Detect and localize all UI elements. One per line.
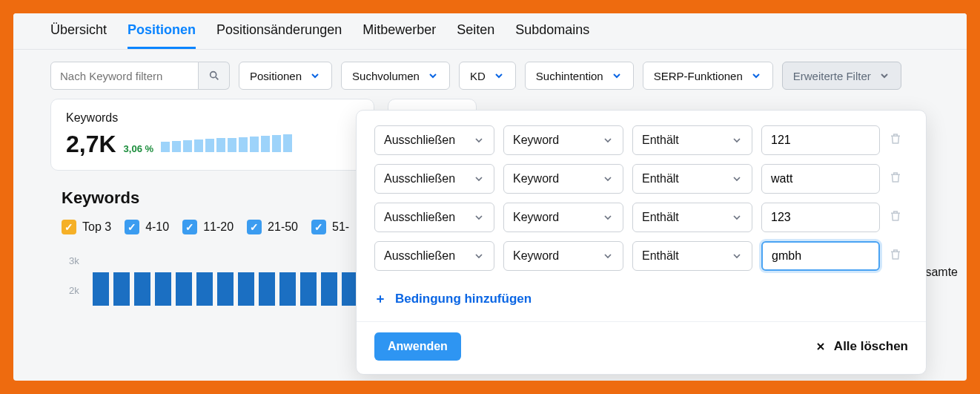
filter-condition-row: AusschließenKeywordEnthält <box>374 125 908 155</box>
delete-condition-button[interactable] <box>889 209 902 226</box>
bar <box>279 272 296 306</box>
legend-item[interactable]: ✓51- <box>311 220 349 234</box>
chevron-down-icon <box>602 250 614 262</box>
close-icon <box>815 341 827 352</box>
chevron-down-icon <box>602 134 614 146</box>
search-input[interactable] <box>50 62 199 90</box>
filter-bar: Positionen Suchvolumen KD Suchintention … <box>13 50 967 99</box>
value-input[interactable] <box>761 203 880 232</box>
operator-select[interactable]: Enthält <box>632 241 752 271</box>
field-select[interactable]: Keyword <box>503 125 623 155</box>
y-tick-2k: 2k <box>69 285 79 296</box>
legend-label: 51- <box>332 220 349 234</box>
chevron-down-icon <box>473 250 485 262</box>
value-input[interactable] <box>761 164 880 194</box>
advanced-filter-popup: AusschließenKeywordEnthältAusschließenKe… <box>356 110 927 375</box>
y-tick-3k: 3k <box>69 255 79 266</box>
chevron-down-icon <box>750 70 762 82</box>
legend-item[interactable]: ✓Top 3 <box>62 220 111 234</box>
filter-kd[interactable]: KD <box>459 62 516 90</box>
chevron-down-icon <box>602 211 614 223</box>
tab-positions[interactable]: Positionen <box>128 22 196 49</box>
checkbox-icon: ✓ <box>125 220 139 234</box>
filter-condition-row: AusschließenKeywordEnthält <box>374 203 908 232</box>
bar <box>238 272 254 306</box>
checkbox-icon: ✓ <box>182 220 197 234</box>
filter-condition-row: AusschließenKeywordEnthält <box>374 241 908 271</box>
filter-serp[interactable]: SERP-Funktionen <box>643 62 773 90</box>
mode-select[interactable]: Ausschließen <box>374 203 494 232</box>
delete-condition-button[interactable] <box>889 248 902 264</box>
apply-button[interactable]: Anwenden <box>374 332 461 361</box>
search-box <box>50 62 230 90</box>
delete-condition-button[interactable] <box>889 132 902 148</box>
checkbox-icon: ✓ <box>62 220 76 234</box>
filter-intent[interactable]: Suchintention <box>525 62 634 90</box>
chevron-down-icon <box>731 250 743 262</box>
legend-item[interactable]: ✓4-10 <box>125 220 169 234</box>
field-select[interactable]: Keyword <box>503 241 623 271</box>
tab-subdomains[interactable]: Subdomains <box>515 22 589 49</box>
bar <box>259 272 275 306</box>
app-inner: Übersicht Positionen Positionsänderungen… <box>13 13 967 381</box>
operator-select[interactable]: Enthält <box>632 164 752 194</box>
mode-select[interactable]: Ausschließen <box>374 164 494 194</box>
search-icon <box>208 70 220 82</box>
filter-condition-row: AusschließenKeywordEnthält <box>374 164 908 194</box>
chevron-down-icon <box>602 173 614 185</box>
delete-condition-button[interactable] <box>889 171 902 187</box>
card-keywords-pct: 3,06 % <box>124 143 153 154</box>
add-condition-button[interactable]: Bedingung hinzufügen <box>357 286 926 321</box>
bar <box>300 272 317 306</box>
bar <box>113 272 130 306</box>
mode-select[interactable]: Ausschließen <box>374 241 494 271</box>
svg-point-0 <box>210 72 216 78</box>
clear-all-button[interactable]: Alle löschen <box>815 339 908 354</box>
chevron-down-icon <box>473 211 485 223</box>
field-select[interactable]: Keyword <box>503 203 623 232</box>
bar <box>217 272 234 306</box>
value-input[interactable] <box>761 125 880 155</box>
bar <box>321 272 337 306</box>
mode-select[interactable]: Ausschließen <box>374 125 494 155</box>
bar <box>176 272 192 306</box>
search-button[interactable] <box>199 62 230 90</box>
legend-label: 4-10 <box>145 220 169 234</box>
trash-icon <box>889 171 902 184</box>
checkbox-icon: ✓ <box>311 220 326 234</box>
operator-select[interactable]: Enthält <box>632 125 752 155</box>
chevron-down-icon <box>493 70 505 82</box>
chevron-down-icon <box>731 134 743 146</box>
bar <box>93 272 109 306</box>
card-keywords-value: 2,7K <box>66 131 116 158</box>
filter-advanced[interactable]: Erweiterte Filter <box>782 62 901 90</box>
tab-overview[interactable]: Übersicht <box>50 22 107 49</box>
svg-line-1 <box>216 77 218 79</box>
legend-item[interactable]: ✓11-20 <box>182 220 234 234</box>
checkbox-icon: ✓ <box>247 220 262 234</box>
chevron-down-icon <box>611 70 623 82</box>
chevron-down-icon <box>731 211 743 223</box>
tab-position-changes[interactable]: Positionsänderungen <box>216 22 342 49</box>
bar <box>155 272 171 306</box>
value-input[interactable] <box>761 241 880 271</box>
chevron-down-icon <box>731 173 743 185</box>
chevron-down-icon <box>427 70 439 82</box>
popup-footer: Anwenden Alle löschen <box>357 321 926 374</box>
tab-bar: Übersicht Positionen Positionsänderungen… <box>13 13 967 50</box>
filter-positions[interactable]: Positionen <box>239 62 332 90</box>
legend-item[interactable]: ✓21-50 <box>247 220 298 234</box>
bar <box>196 272 213 306</box>
chevron-down-icon <box>473 134 485 146</box>
filter-volume[interactable]: Suchvolumen <box>341 62 450 90</box>
plus-icon <box>374 293 386 305</box>
field-select[interactable]: Keyword <box>503 164 623 194</box>
trash-icon <box>889 209 902 223</box>
chevron-down-icon <box>878 70 890 82</box>
tab-pages[interactable]: Seiten <box>457 22 494 49</box>
chevron-down-icon <box>473 173 485 185</box>
legend-label: Top 3 <box>82 220 111 234</box>
operator-select[interactable]: Enthält <box>632 203 752 232</box>
tab-competitors[interactable]: Mitbewerber <box>362 22 436 49</box>
legend-label: 11-20 <box>203 220 234 234</box>
